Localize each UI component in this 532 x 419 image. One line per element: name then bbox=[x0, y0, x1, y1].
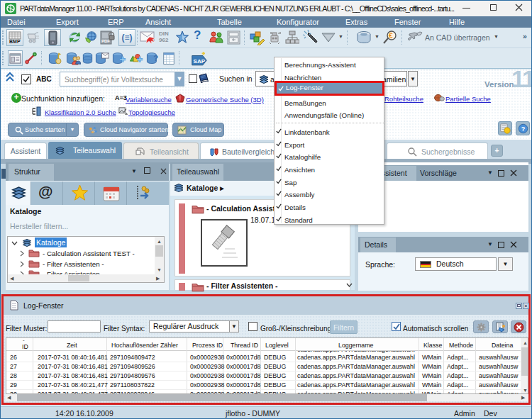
svg-text:?: ? bbox=[153, 54, 158, 62]
svg-text:?: ? bbox=[521, 125, 526, 133]
svg-text:BMP: BMP bbox=[9, 39, 21, 44]
svg-text:€: € bbox=[389, 32, 393, 40]
svg-text:SAP: SAP bbox=[194, 58, 206, 65]
svg-text:PDF: PDF bbox=[101, 39, 110, 43]
